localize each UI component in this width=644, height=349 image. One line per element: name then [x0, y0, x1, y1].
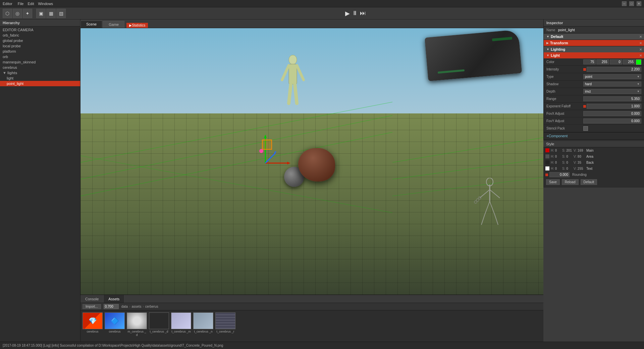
tab-scene[interactable]: Scene	[80, 20, 102, 28]
stencil-checkbox[interactable]	[583, 126, 588, 131]
hierarchy-item[interactable]: EDITOR CAMERA	[0, 27, 80, 33]
asset-item[interactable]: t_cerebrus _m	[171, 312, 191, 337]
pause-button[interactable]: ⏸	[352, 10, 358, 17]
svg-line-23	[485, 201, 490, 215]
section-transform-header[interactable]: ▶ Transform ✕	[544, 40, 644, 46]
tab-game[interactable]: Game	[103, 21, 124, 28]
asset-item[interactable]: 💎cerebrus	[83, 312, 103, 337]
light-close-icon[interactable]: ✕	[639, 54, 642, 57]
color-b[interactable]: 0	[610, 59, 622, 64]
hierarchy-item[interactable]: cerebrus	[0, 65, 80, 70]
fovx-row: FovX Adjust 0.000	[544, 110, 644, 117]
section-lighting-header[interactable]: ▼ Lighting ✕	[544, 46, 644, 52]
right-panels: Inspector Name point_light ▼ Default ✕ ▶…	[543, 19, 644, 342]
style-s-label: S: 201	[562, 149, 572, 152]
close-button[interactable]: ✕	[637, 1, 641, 6]
section-default-header[interactable]: ▼ Default ✕	[544, 34, 644, 40]
svg-line-18	[295, 84, 297, 103]
import-button[interactable]: Import...	[83, 304, 101, 309]
section-lighting: ▼ Lighting ✕ ▼ Light ✕ Color	[544, 46, 644, 133]
style-name: Back	[586, 161, 594, 164]
shadow-dropdown[interactable]: hard ▼	[583, 82, 641, 87]
hierarchy-item[interactable]: platform	[0, 49, 80, 54]
value-input[interactable]	[104, 304, 119, 309]
asset-item[interactable]: t_cerebrus _n	[193, 312, 213, 337]
statusbar: [2017-08-19 18:47:15.000] [Log] [info] S…	[0, 342, 644, 349]
tool-circle-btn[interactable]: ◎	[13, 9, 22, 18]
exponent-values: 1.000	[583, 104, 641, 109]
tool-grid2-btn[interactable]: ▦	[46, 9, 56, 18]
hierarchy-item[interactable]: mannequin_skinned	[0, 59, 80, 65]
tool-grid3-btn[interactable]: ▧	[56, 9, 66, 18]
asset-label: t_cerebrus _n	[194, 330, 212, 333]
reload-style-button[interactable]: Reload	[562, 179, 579, 185]
mannequin-figure	[279, 55, 306, 122]
exponent-value[interactable]: 1.000	[587, 104, 641, 109]
hierarchy-list: EDITOR CAMERAorb_fabricglobal probelocal…	[0, 27, 80, 342]
fovx-value[interactable]: 0.000	[583, 111, 641, 116]
menu-file[interactable]: File	[18, 2, 24, 6]
hierarchy-item[interactable]: orb_fabric	[0, 33, 80, 38]
hierarchy-item[interactable]: point_light	[0, 81, 80, 86]
style-name: Text	[586, 167, 592, 170]
tool-hex-btn[interactable]: ⬡	[3, 9, 12, 18]
depth-dropdown[interactable]: invz ▼	[583, 89, 641, 94]
asset-item[interactable]: t_cerebrus _r	[215, 312, 235, 337]
hierarchy-item[interactable]: local probe	[0, 43, 80, 49]
hierarchy-item[interactable]: global probe	[0, 38, 80, 43]
hierarchy-item[interactable]: orb	[0, 54, 80, 59]
range-value[interactable]: 5.350	[583, 96, 641, 101]
section-light-header[interactable]: ▼ Light ✕	[544, 52, 644, 58]
asset-item[interactable]: m_cerebrus _d	[127, 312, 147, 337]
asset-item[interactable]: 🔷cerebrus	[105, 312, 125, 337]
assets-grid: 💎cerebrus🔷cerebrusm_cerebrus _dt_cerebru…	[80, 310, 543, 339]
stats-button[interactable]: ▶ Statistics	[126, 23, 148, 28]
color-swatch[interactable]	[636, 59, 641, 65]
breadcrumb: data › assets › cerberus	[121, 305, 158, 308]
color-g[interactable]: 255	[596, 59, 609, 64]
color-values: 75 255 0 255	[583, 59, 641, 65]
svg-marker-8	[264, 135, 267, 138]
viewport[interactable]	[80, 28, 543, 295]
default-style-button[interactable]: Default	[581, 179, 597, 185]
main-layout: Hierarchy EDITOR CAMERAorb_fabricglobal …	[0, 19, 644, 342]
svg-line-25	[481, 215, 485, 225]
lighting-close-icon[interactable]: ✕	[639, 48, 642, 51]
transform-close-icon[interactable]: ✕	[639, 41, 642, 45]
transform-gizmo	[252, 130, 292, 170]
section-default: ▼ Default ✕	[544, 34, 644, 40]
section-transform: ▶ Transform ✕	[544, 40, 644, 46]
add-component-button[interactable]: +Component	[544, 133, 644, 139]
fovy-label: FovY Adjust	[546, 119, 583, 123]
toolbar: ⬡ ◎ ✦ ▣ ▦ ▧ ▶ ⏸ ⏭	[0, 7, 644, 19]
default-close-icon[interactable]: ✕	[639, 35, 642, 39]
hierarchy-item[interactable]: light	[0, 76, 80, 81]
app-title: Editor	[3, 2, 12, 6]
menu-edit[interactable]: Edit	[28, 2, 34, 6]
minimize-button[interactable]: ─	[622, 1, 627, 6]
save-style-button[interactable]: Save	[546, 179, 560, 185]
color-a[interactable]: 255	[623, 59, 635, 64]
play-button[interactable]: ▶	[345, 10, 350, 17]
step-button[interactable]: ⏭	[360, 10, 366, 17]
asset-label: t_cerebrus _m	[171, 330, 191, 333]
asset-label: cerebrus	[109, 330, 120, 333]
hierarchy-item[interactable]: ▼ lights	[0, 70, 80, 76]
tool-star-btn[interactable]: ✦	[23, 9, 32, 18]
tool-group-left: ⬡ ◎ ✦	[3, 9, 32, 18]
tab-assets[interactable]: Assets	[104, 295, 124, 303]
color-r[interactable]: 75	[583, 59, 596, 64]
hierarchy-header: Hierarchy	[0, 19, 80, 27]
style-buttons: Save Reload Default	[543, 178, 644, 186]
maximize-button[interactable]: □	[629, 1, 634, 6]
tool-grid1-btn[interactable]: ▣	[36, 9, 46, 18]
tab-console[interactable]: Console	[80, 295, 104, 303]
intensity-value[interactable]: 2.200	[587, 67, 641, 72]
type-dropdown[interactable]: point ▼	[583, 74, 641, 79]
spacecraft-accent1	[492, 37, 512, 41]
fovy-value[interactable]: 0.000	[583, 118, 641, 123]
breadcrumb-data: data	[121, 305, 128, 308]
rounding-input[interactable]	[549, 172, 570, 177]
asset-item[interactable]: t_cerebrus _d	[149, 312, 169, 337]
menu-windows[interactable]: Windows	[38, 2, 53, 6]
